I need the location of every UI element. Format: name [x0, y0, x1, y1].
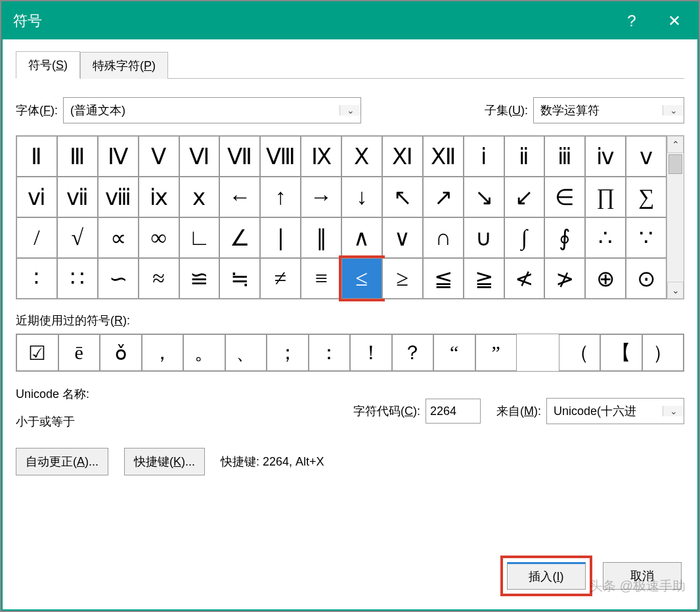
symbol-cell[interactable]: ∧	[341, 217, 382, 258]
symbol-cell[interactable]: ⅲ	[544, 136, 585, 177]
scroll-track[interactable]	[667, 153, 684, 282]
autocorrect-button[interactable]: 自动更正(A)...	[16, 448, 108, 475]
recent-symbol-cell[interactable]: ”	[475, 334, 517, 371]
symbol-cell[interactable]: √	[57, 217, 98, 258]
symbol-cell[interactable]: ↖	[382, 177, 423, 217]
symbol-cell[interactable]: ⅳ	[585, 136, 626, 177]
char-code-input[interactable]	[426, 399, 481, 424]
recent-symbol-cell[interactable]: ）	[642, 334, 684, 371]
recent-symbol-cell[interactable]: “	[433, 334, 475, 371]
shortcut-key-button[interactable]: 快捷键(K)...	[124, 448, 205, 475]
recent-symbol-cell[interactable]: ：	[309, 334, 351, 371]
shortcut-display: 快捷键: 2264, Alt+X	[221, 454, 324, 470]
recent-symbol-cell[interactable]: ē	[58, 334, 100, 371]
recent-symbol-cell[interactable]: ☑	[16, 334, 58, 371]
symbol-cell[interactable]: ∠	[219, 217, 260, 258]
symbol-cell[interactable]: /	[16, 217, 57, 258]
symbol-cell[interactable]: Ⅵ	[179, 136, 220, 177]
symbol-cell[interactable]: ∶	[16, 258, 57, 299]
scroll-up-button[interactable]: ⌃	[667, 136, 684, 153]
symbol-cell[interactable]: ∝	[98, 217, 139, 258]
symbol-cell[interactable]: ∽	[98, 258, 139, 299]
recent-symbol-cell[interactable]: ǒ	[100, 334, 142, 371]
symbol-cell[interactable]: ≡	[301, 258, 341, 299]
tab-special-chars[interactable]: 特殊字符(P)	[80, 52, 168, 79]
symbol-cell[interactable]: ∥	[301, 217, 341, 258]
recent-symbol-cell[interactable]: 【	[600, 334, 642, 371]
tab-symbols[interactable]: 符号(S)	[16, 51, 80, 79]
symbol-cell[interactable]: →	[301, 177, 341, 217]
recent-symbol-cell[interactable]: （	[559, 334, 601, 371]
symbol-cell[interactable]: ⅱ	[504, 136, 545, 177]
symbol-cell[interactable]: ∟	[179, 217, 220, 258]
cancel-button[interactable]: 取消	[603, 562, 682, 590]
symbol-cell[interactable]: Ⅶ	[219, 136, 260, 177]
font-select[interactable]: (普通文本) ⌄	[63, 97, 361, 123]
symbol-cell[interactable]: ≧	[464, 258, 504, 299]
symbol-cell[interactable]: ↓	[341, 177, 382, 217]
symbol-cell[interactable]: ⅴ	[626, 136, 667, 177]
insert-button[interactable]: 插入(I)	[507, 562, 586, 590]
grid-scrollbar[interactable]: ⌃ ⌄	[667, 136, 684, 299]
symbol-cell[interactable]: ↗	[423, 177, 464, 217]
recent-symbol-cell[interactable]: 。	[183, 334, 225, 371]
symbol-cell[interactable]: ⅰ	[464, 136, 504, 177]
from-select[interactable]: Unicode(十六进 ⌄	[546, 398, 684, 424]
scroll-down-button[interactable]: ⌄	[667, 282, 684, 299]
symbol-cell[interactable]: ∵	[626, 217, 667, 258]
font-label: 字体(F):	[16, 102, 58, 118]
tab-strip: 符号(S) 特殊字符(P)	[16, 51, 684, 79]
symbol-cell[interactable]: ∮	[544, 217, 585, 258]
symbol-cell[interactable]: Ⅲ	[57, 136, 98, 177]
symbol-cell[interactable]: ≌	[179, 258, 220, 299]
symbol-cell[interactable]: ≠	[260, 258, 301, 299]
symbol-cell[interactable]: ∫	[504, 217, 545, 258]
symbol-cell[interactable]: Ⅻ	[423, 136, 464, 177]
help-button[interactable]: ?	[612, 3, 651, 39]
symbol-cell[interactable]: ≥	[382, 258, 423, 299]
symbol-cell[interactable]: ∩	[423, 217, 464, 258]
symbol-cell[interactable]: ∑	[626, 177, 667, 217]
symbol-cell[interactable]: ↑	[260, 177, 301, 217]
symbol-cell[interactable]: ⅵ	[16, 177, 57, 217]
close-button[interactable]: ✕	[651, 3, 697, 39]
symbol-cell[interactable]: ∪	[464, 217, 504, 258]
symbol-cell[interactable]: Ⅳ	[98, 136, 139, 177]
symbol-cell[interactable]: ⊙	[626, 258, 667, 299]
recent-symbol-cell[interactable]: ；	[267, 334, 309, 371]
symbol-cell[interactable]: ∨	[382, 217, 423, 258]
scroll-thumb[interactable]	[668, 154, 682, 174]
symbol-cell[interactable]: ∷	[57, 258, 98, 299]
symbol-cell[interactable]: ∈	[544, 177, 585, 217]
recent-symbol-cell[interactable]: 、	[225, 334, 267, 371]
symbol-cell[interactable]: Ⅷ	[260, 136, 301, 177]
symbol-cell[interactable]: ∞	[139, 217, 179, 258]
symbol-cell[interactable]: ∏	[585, 177, 626, 217]
from-select-value: Unicode(十六进	[547, 403, 663, 419]
symbol-cell[interactable]: ≯	[544, 258, 585, 299]
symbol-cell[interactable]: Ⅺ	[382, 136, 423, 177]
symbol-cell[interactable]: ⅶ	[57, 177, 98, 217]
symbol-cell[interactable]: Ⅹ	[341, 136, 382, 177]
symbol-cell[interactable]: Ⅸ	[301, 136, 341, 177]
symbol-cell[interactable]: ≤	[341, 258, 382, 299]
symbol-cell[interactable]: ≦	[423, 258, 464, 299]
recent-symbol-cell[interactable]: ？	[392, 334, 434, 371]
symbol-cell[interactable]: ≮	[504, 258, 545, 299]
symbol-cell[interactable]: ∴	[585, 217, 626, 258]
symbol-cell[interactable]: ≈	[139, 258, 179, 299]
symbol-cell[interactable]: Ⅴ	[139, 136, 179, 177]
subset-select[interactable]: 数学运算符 ⌄	[533, 97, 684, 123]
symbol-cell[interactable]: ⅹ	[179, 177, 220, 217]
recent-symbol-cell[interactable]: ，	[142, 334, 184, 371]
symbol-cell[interactable]: ⊕	[585, 258, 626, 299]
symbol-cell[interactable]: ⅸ	[139, 177, 179, 217]
recent-symbol-cell[interactable]: ！	[350, 334, 392, 371]
symbol-cell[interactable]: ↘	[464, 177, 504, 217]
symbol-cell[interactable]: Ⅱ	[16, 136, 57, 177]
symbol-cell[interactable]: ⅷ	[98, 177, 139, 217]
symbol-cell[interactable]: ≒	[219, 258, 260, 299]
symbol-cell[interactable]: ←	[219, 177, 260, 217]
symbol-cell[interactable]: ∣	[260, 217, 301, 258]
symbol-cell[interactable]: ↙	[504, 177, 545, 217]
